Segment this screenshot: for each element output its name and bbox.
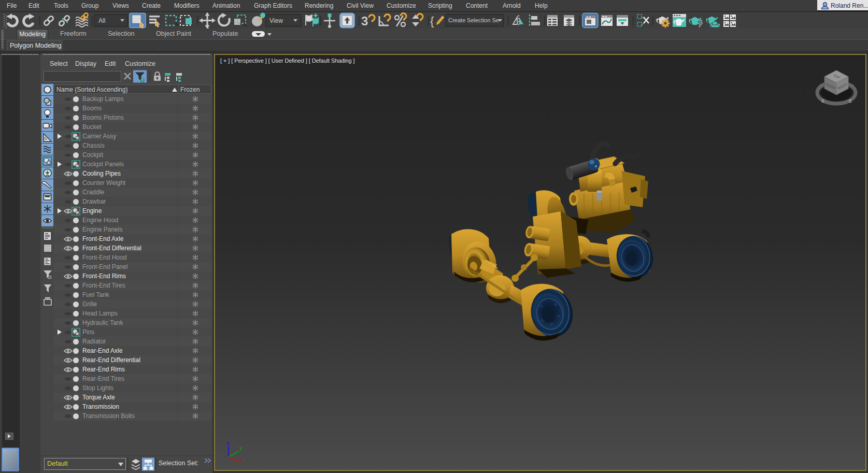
svg-text:All: All bbox=[98, 17, 105, 24]
svg-text:W: W bbox=[820, 83, 824, 88]
svg-text:E: E bbox=[849, 98, 852, 104]
svg-text:3: 3 bbox=[361, 14, 368, 28]
svg-text:N: N bbox=[850, 83, 853, 88]
svg-text:Create Selection Se: Create Selection Se bbox=[448, 17, 499, 23]
svg-text:z: z bbox=[226, 441, 230, 446]
svg-text:View: View bbox=[269, 17, 283, 24]
svg-text:{: { bbox=[430, 15, 434, 27]
svg-text:y: y bbox=[239, 445, 243, 451]
svg-text:x: x bbox=[241, 456, 245, 463]
svg-text:S: S bbox=[821, 98, 824, 104]
